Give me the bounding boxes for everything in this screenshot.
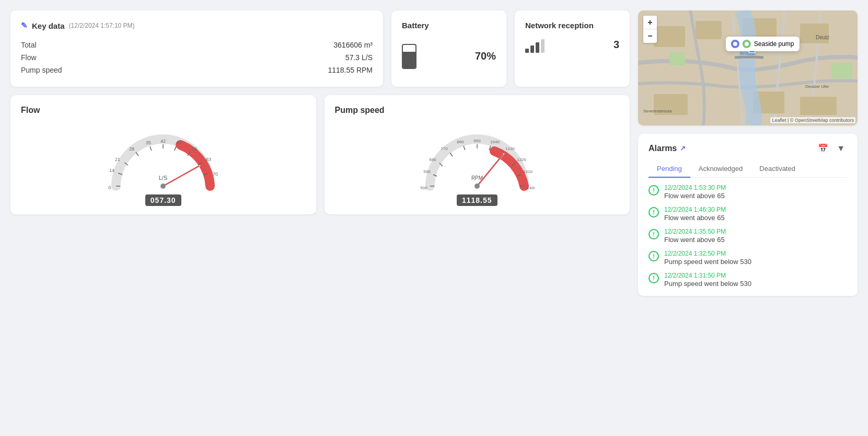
pump-value: 1118.55 RPM	[328, 66, 373, 74]
flow-label: Flow	[21, 53, 37, 62]
battery-content: 70%	[402, 36, 496, 76]
map-tooltip: Seaside pump	[726, 37, 800, 51]
svg-text:Severinsbrücke: Severinsbrücke	[643, 109, 673, 113]
svg-text:21: 21	[115, 157, 120, 162]
svg-line-49	[477, 155, 503, 186]
alarm-time-1: 12/2/2024 1:46:30 PM	[664, 206, 726, 213]
svg-text:1310: 1310	[523, 169, 533, 174]
tooltip-icon-1	[731, 40, 739, 48]
svg-text:1220: 1220	[517, 157, 526, 162]
alarm-icon-1: !	[649, 207, 659, 217]
tab-deactivated[interactable]: Deactivated	[751, 160, 804, 178]
alarm-item-0: ! 12/2/2024 1:53:30 PM Flow went above 6…	[649, 184, 845, 200]
alarm-desc-4: Pump speed went below 530	[664, 280, 751, 288]
gauge-row: Flow 0 14	[10, 95, 630, 214]
key-data-row-total: Total 3616606 m³	[21, 39, 373, 51]
svg-text:14: 14	[109, 168, 114, 173]
main-grid: ✎ Key data (12/2/2024 1:57:10 PM) Total …	[10, 10, 858, 296]
svg-line-12	[175, 146, 176, 151]
alarm-icon-inner-4: !	[653, 275, 655, 281]
tooltip-icon-2	[743, 40, 751, 48]
alarms-title: Alarms ↗	[649, 144, 686, 153]
svg-point-66	[733, 42, 737, 46]
svg-text:Deutz: Deutz	[816, 35, 829, 40]
key-data-timestamp: (12/2/2024 1:57:10 PM)	[69, 22, 135, 29]
alarm-text-0: 12/2/2024 1:53:30 PM Flow went above 65	[664, 184, 726, 200]
pump-gauge-svg: 500 590 680 770 860	[420, 123, 535, 191]
key-data-title: Key data	[32, 21, 65, 30]
map-tooltip-label: Seaside pump	[754, 40, 794, 48]
alarm-time-0: 12/2/2024 1:53:30 PM	[664, 184, 726, 191]
tab-pending[interactable]: Pending	[649, 160, 690, 178]
alarm-icon-3: !	[649, 251, 659, 261]
alarms-list: ! 12/2/2024 1:53:30 PM Flow went above 6…	[649, 184, 847, 288]
signal-bar-2	[530, 45, 534, 53]
signal-bars-icon	[525, 36, 545, 53]
flow-gauge-title: Flow	[21, 106, 40, 115]
battery-percentage: 70%	[475, 50, 496, 62]
signal-bar-3	[536, 42, 539, 53]
signal-bar-1	[525, 49, 529, 53]
svg-text:680: 680	[429, 157, 436, 162]
alarms-card: Alarms ↗ 📅 ▼ Pending Acknowledged Deacti…	[638, 134, 858, 296]
svg-text:Deutzer Ufer: Deutzer Ufer	[805, 84, 829, 89]
svg-rect-53	[696, 21, 722, 39]
alarm-icon-4: !	[649, 273, 659, 283]
network-value: 3	[614, 39, 619, 51]
key-data-row-flow: Flow 57.3 L/S	[21, 51, 373, 64]
alarm-item-4: ! 12/2/2024 1:31:50 PM Pump speed went b…	[649, 272, 845, 288]
flow-gauge-svg: 0 14 21 28 35	[106, 123, 221, 191]
svg-text:500: 500	[420, 186, 427, 190]
alarm-desc-1: Flow went above 65	[664, 214, 726, 222]
network-content: 3	[525, 36, 619, 53]
key-data-row-pump: Pump speed 1118.55 RPM	[21, 64, 373, 76]
right-column: Deutz Deutzer Brücke Severinsbrücke Deut…	[638, 10, 858, 296]
total-value: 3616606 m³	[333, 41, 373, 49]
flow-gauge-card: Flow 0 14	[10, 95, 316, 214]
map-zoom-out-button[interactable]: −	[643, 29, 657, 43]
key-data-header: ✎ Key data (12/2/2024 1:57:10 PM)	[21, 21, 373, 30]
battery-fill	[403, 52, 415, 68]
alarm-text-1: 12/2/2024 1:46:30 PM Flow went above 65	[664, 206, 726, 222]
chevron-down-icon-button[interactable]: ▼	[835, 143, 847, 154]
alarm-icon-0: !	[649, 185, 659, 196]
pump-label: Pump speed	[21, 66, 62, 74]
alarm-text-3: 12/2/2024 1:32:50 PM Pump speed went bel…	[664, 250, 751, 266]
key-data-table: Total 3616606 m³ Flow 57.3 L/S Pump spee…	[21, 39, 373, 76]
alarm-icon-inner-1: !	[653, 209, 655, 215]
total-label: Total	[21, 41, 37, 49]
svg-rect-65	[831, 63, 852, 78]
svg-point-24	[160, 183, 166, 189]
network-title: Network reception	[525, 21, 619, 30]
svg-text:42: 42	[160, 139, 166, 144]
battery-card: Battery 70%	[391, 10, 506, 87]
svg-text:1040: 1040	[490, 140, 500, 144]
alarms-external-link-icon[interactable]: ↗	[680, 144, 686, 152]
tab-acknowledged[interactable]: Acknowledged	[690, 160, 751, 178]
map-background: Deutz Deutzer Brücke Severinsbrücke Deut…	[638, 10, 858, 125]
svg-rect-52	[654, 26, 685, 47]
svg-text:28: 28	[129, 146, 134, 152]
map-attribution: Leaflet | © OpenStreetMap contributors	[770, 117, 855, 123]
edit-icon[interactable]: ✎	[21, 21, 28, 30]
pump-gauge-card: Pump speed 500	[325, 95, 630, 214]
network-card: Network reception 3	[515, 10, 630, 87]
svg-text:63: 63	[206, 157, 211, 162]
alarm-desc-2: Flow went above 65	[664, 236, 726, 244]
svg-text:70: 70	[213, 171, 218, 177]
svg-line-33	[464, 146, 465, 150]
svg-text:56: 56	[192, 146, 197, 152]
svg-text:590: 590	[423, 169, 431, 174]
alarm-text-4: 12/2/2024 1:31:50 PM Pump speed went bel…	[664, 272, 751, 288]
map-zoom-in-button[interactable]: +	[643, 16, 657, 29]
calendar-icon-button[interactable]: 📅	[816, 142, 830, 154]
svg-text:1400: 1400	[527, 186, 535, 190]
alarm-time-2: 12/2/2024 1:35:50 PM	[664, 228, 726, 235]
map-card: Deutz Deutzer Brücke Severinsbrücke Deut…	[638, 10, 858, 125]
alarm-icon-inner-2: !	[653, 231, 655, 237]
svg-rect-58	[800, 97, 837, 115]
alarms-header: Alarms ↗ 📅 ▼	[649, 142, 847, 154]
pump-gauge-wrap: 500 590 680 770 860	[420, 123, 535, 191]
alarm-time-3: 12/2/2024 1:32:50 PM	[664, 250, 751, 257]
alarms-header-actions: 📅 ▼	[816, 142, 847, 154]
